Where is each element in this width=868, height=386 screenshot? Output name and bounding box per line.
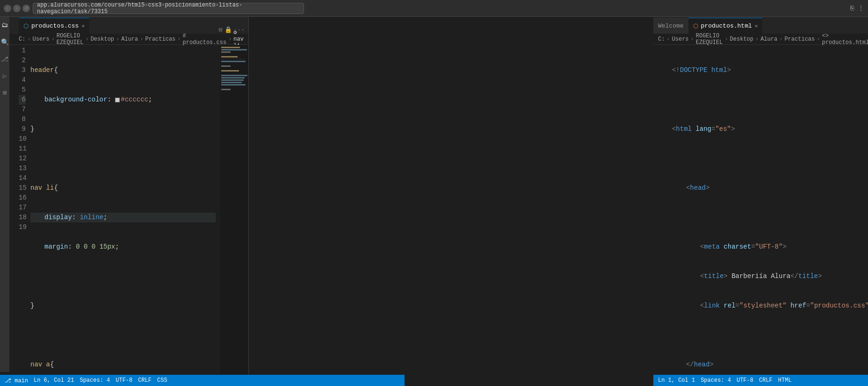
html-line-meta: <meta charset="UFT-8"> [672, 242, 868, 252]
bc-alura[interactable]: Alura [121, 36, 138, 43]
html-code-editor[interactable]: <!DOCTYPE html> <html lang="es"> <head> … [653, 45, 868, 375]
tab-productos-css[interactable]: ⬡ productos.css ✕ [19, 18, 89, 34]
right-status-position[interactable]: Ln 1, Col 1 [658, 377, 695, 384]
rbc-practicas[interactable]: Practicas [784, 36, 815, 43]
line-numbers: 1 2 3 4 5 6 7 8 9 10 11 12 13 14 15 16 1… [9, 45, 30, 386]
tab-html-close[interactable]: ✕ [755, 23, 758, 29]
code-line-7: margin: 0 0 0 15px; [30, 242, 216, 252]
right-status-spaces[interactable]: Spaces: 4 [701, 377, 731, 384]
html-line-title: <title> Barberiía Alura</title> [672, 272, 868, 281]
code-content[interactable]: header{ background-color: #cccccc; } nav… [30, 45, 220, 386]
vscode-container: 🗂 🔍 ⎇ ▷ ⊞ ⬡ productos.css ✕ ⊟ 🔒 [0, 17, 868, 386]
status-spaces[interactable]: Spaces: 4 [80, 377, 110, 384]
code-line-8 [30, 272, 216, 281]
minimap-line [221, 75, 247, 76]
rbc-c[interactable]: C: [658, 36, 665, 43]
minimap-line [221, 56, 238, 57]
browser-forward[interactable]: › [13, 5, 21, 12]
bc-file[interactable]: # productos.css [183, 33, 227, 46]
right-tabs: Welcome ⬡ productos.html ✕ ─ □ ✕ [653, 17, 868, 34]
code-line-9: } [30, 301, 216, 311]
status-encoding[interactable]: UTF-8 [116, 377, 132, 384]
html-content[interactable]: <!DOCTYPE html> <html lang="es"> <head> … [672, 45, 868, 375]
extensions-icon: ⊞ [3, 89, 7, 97]
html-line-head-open: <head> [672, 183, 868, 193]
minimap-line [221, 89, 231, 90]
minimap-line [221, 54, 247, 55]
copy-icon[interactable]: ⎘ [850, 5, 854, 12]
right-status-lang[interactable]: HTML [778, 377, 792, 384]
minimap-line [221, 58, 245, 60]
menu-icon[interactable]: ⋮ [858, 4, 864, 12]
bc-desktop[interactable]: Desktop [91, 36, 114, 43]
status-language[interactable]: CSS [157, 377, 167, 384]
tab-close-button[interactable]: ✕ [81, 23, 85, 29]
rbc-rogelio[interactable]: ROGELIO EZEQUIEL [696, 33, 723, 46]
code-editor[interactable]: 1 2 3 4 5 6 7 8 9 10 11 12 13 14 15 16 1… [9, 45, 248, 386]
minimap-line [221, 51, 231, 53]
bc-practicas[interactable]: Practicas [145, 36, 175, 43]
status-bar-right: Ln 1, Col 1 Spaces: 4 UTF-8 CRLF HTML [653, 375, 868, 386]
activity-bar: 🗂 🔍 ⎇ ▷ ⊞ [0, 17, 9, 372]
status-bar-left: ⎇ main Ln 6, Col 21 Spaces: 4 UTF-8 CRLF… [0, 375, 405, 386]
code-line-11: nav a{ [30, 360, 216, 370]
status-git[interactable]: ⎇ main [5, 377, 28, 384]
rbc-users[interactable]: Users [672, 36, 689, 43]
html-line-doctype: <!DOCTYPE html> [672, 65, 868, 75]
sidebar-icon-git[interactable]: ⎇ [0, 54, 9, 64]
code-line-5: nav li{ [30, 183, 216, 193]
browser-bar: ‹ › ↺ app.aluracursos.com/course/html5-c… [0, 0, 868, 17]
minimap-line [221, 65, 231, 67]
git-icon: ⎇ [1, 55, 8, 63]
html-tab-icon: ⬡ [693, 22, 698, 30]
bc-users[interactable]: Users [33, 36, 50, 43]
html-line-html-open: <html lang="es"> [672, 124, 868, 134]
html-line-empty4 [672, 330, 868, 340]
breadcrumb-right: C: › Users › ROGELIO EZEQUIEL › Desktop … [653, 34, 868, 45]
status-line-ending[interactable]: CRLF [138, 377, 152, 384]
right-panel: Welcome ⬡ productos.html ✕ ─ □ ✕ C: › Us… [653, 17, 868, 386]
breadcrumb-left: C: › Users › ROGELIO EZEQUIEL › Desktop … [9, 34, 248, 45]
color-box-cccccc [115, 98, 120, 102]
bc-rogelio[interactable]: ROGELIO EZEQUIEL [57, 33, 84, 46]
tab-productos-html[interactable]: ⬡ productos.html ✕ [688, 18, 763, 34]
code-line-6: display: inline; [30, 213, 216, 222]
html-line-empty3 [672, 213, 868, 222]
right-status-encoding[interactable]: UTF-8 [737, 377, 753, 384]
code-line-4 [30, 154, 216, 164]
browser-back[interactable]: ‹ [4, 5, 11, 12]
code-line-1: header{ [30, 65, 216, 75]
tab-icon: ⬡ [23, 22, 29, 30]
rbc-desktop[interactable]: Desktop [730, 36, 753, 43]
minimap [220, 45, 248, 386]
search-icon: 🔍 [1, 38, 9, 46]
rbc-alura[interactable]: Alura [760, 36, 777, 43]
sidebar-icon-explorer[interactable]: 🗂 [0, 21, 9, 30]
code-line-3: } [30, 124, 216, 134]
browser-reload[interactable]: ↺ [22, 5, 30, 12]
sidebar-icon-debug[interactable]: ▷ [0, 71, 9, 80]
bc-c[interactable]: C: [19, 36, 25, 43]
sidebar-icon-search[interactable]: 🔍 [0, 37, 9, 47]
html-line-link: <link rel="stylesheet" href="productos.c… [672, 301, 868, 311]
tab-welcome[interactable]: Welcome [653, 18, 688, 34]
tab-label: productos.css [31, 22, 79, 29]
html-line-empty1 [672, 95, 868, 105]
address-bar[interactable]: app.aluracursos.com/course/html5-css3-po… [33, 3, 304, 14]
minimap-line [221, 84, 246, 86]
browser-icons: ⎘ ⋮ [850, 4, 864, 12]
code-line-2: background-color: #cccccc; [30, 95, 216, 105]
right-status-lineending[interactable]: CRLF [759, 377, 773, 384]
minimap-line [221, 79, 244, 81]
address-text: app.aluracursos.com/course/html5-css3-po… [37, 2, 300, 15]
minimap-line [221, 72, 247, 74]
minimap-line [221, 49, 247, 50]
left-panel: ⬡ productos.css ✕ ⊟ 🔒 ··· C: › Users › R… [9, 17, 249, 386]
sidebar-icon-extensions[interactable]: ⊞ [0, 88, 9, 97]
minimap-line [221, 70, 239, 71]
browser-controls: ‹ › ↺ [4, 5, 30, 12]
debug-icon: ▷ [3, 72, 7, 80]
rbc-file[interactable]: <> productos.html [822, 33, 868, 46]
status-position[interactable]: Ln 6, Col 21 [34, 377, 74, 384]
explorer-icon: 🗂 [1, 21, 8, 29]
